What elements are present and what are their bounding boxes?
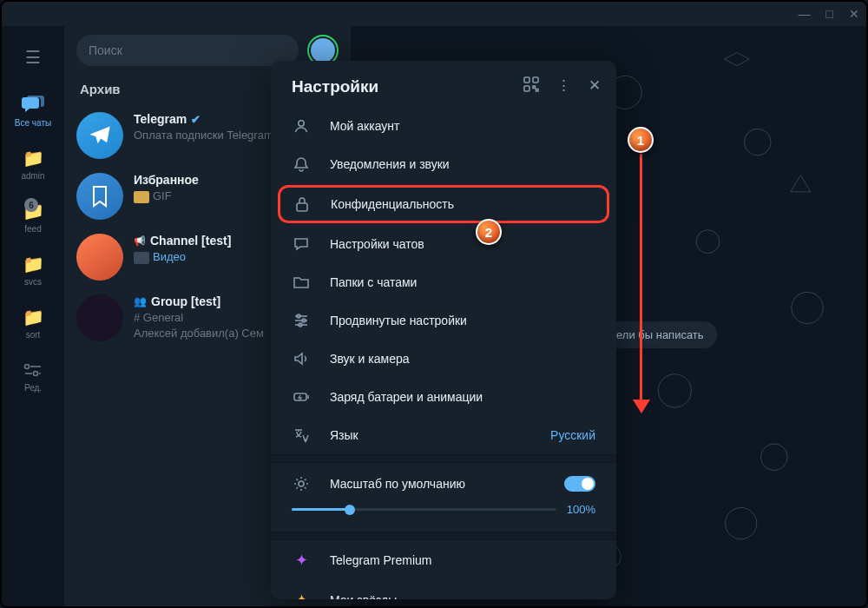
annotation-marker-2: 2 [476,219,502,245]
settings-label: Конфиденциальность [331,197,454,211]
edit-icon [21,360,45,380]
account-icon [292,117,311,135]
group-icon: 👥 [134,295,147,307]
folder-label: Все чаты [15,118,51,128]
svg-rect-24 [536,89,539,92]
settings-panel: Настройки ⋮ ✕ Мой аккаунт Уведомления и … [271,61,616,599]
folder-label: admin [21,171,44,181]
settings-label: Язык [330,428,358,442]
svg-rect-20 [524,77,529,83]
folder-svcs[interactable]: 📁 svcs [21,254,45,287]
svg-rect-21 [533,77,538,83]
settings-label: Папки с чатами [330,275,417,289]
channel-icon: 📢 [134,235,146,247]
annotation-marker-1: 1 [628,127,654,153]
unread-badge: 6 [24,198,38,212]
settings-battery[interactable]: Заряд батареи и анимации [271,378,616,416]
minimize-button[interactable]: — [799,7,811,21]
svg-point-35 [299,481,304,486]
svg-point-12 [792,292,823,323]
scale-value: 100% [567,503,595,516]
folder-sort[interactable]: 📁 sort [21,307,45,340]
qr-icon[interactable] [523,76,539,96]
more-icon[interactable]: ⋮ [556,76,571,96]
folder-icon: 📁 [21,149,45,168]
group-avatar [76,294,123,341]
lang-icon [292,426,311,444]
settings-stars[interactable]: ✦ Мои звёзды [271,580,616,599]
folder-label: svcs [24,277,42,287]
svg-rect-26 [297,203,307,211]
divider [271,532,616,540]
verified-icon: ✔ [191,113,201,126]
chat-name: Telegram [134,112,187,126]
svg-point-15 [658,374,691,407]
svg-point-19 [726,507,757,539]
annotation-arrow [640,154,642,406]
settings-sound-camera[interactable]: Звук и камера [271,340,616,378]
saved-avatar [76,173,123,220]
annotation-arrowhead [633,400,650,413]
svg-rect-23 [533,86,536,89]
close-icon[interactable]: ✕ [589,76,601,96]
search-input[interactable]: Поиск [76,35,299,66]
stars-icon: ✦ [292,591,311,599]
scale-slider[interactable] [292,508,556,511]
folder-icon [292,274,311,291]
settings-folders[interactable]: Папки с чатами [271,263,616,301]
svg-point-16 [761,444,788,471]
folder-admin[interactable]: 📁 admin [21,149,45,181]
scale-label: Масштаб по умолчанию [330,477,465,491]
folder-label: sort [26,330,41,340]
folder-label: feed [24,224,41,234]
settings-language[interactable]: Язык Русский [271,416,616,454]
settings-label: Заряд батареи и анимации [330,390,483,404]
settings-account[interactable]: Мой аккаунт [271,107,616,145]
maximize-button[interactable]: □ [826,7,833,21]
scale-icon [292,475,311,492]
svg-rect-22 [524,86,529,91]
svg-point-11 [696,230,720,254]
settings-label: Telegram Premium [330,553,431,567]
settings-label: Мой аккаунт [330,119,399,133]
close-window-button[interactable]: ✕ [849,7,859,21]
settings-label: Продвинутые настройки [330,314,467,327]
folder-sidebar: ☰ Все чаты 📁 admin 📁 6 feed 📁 svcs 📁 sor… [2,26,64,606]
settings-notifications[interactable]: Уведомления и звуки [271,145,616,183]
battery-icon [292,388,311,406]
telegram-avatar [76,112,123,159]
folder-icon: 📁 [21,307,45,327]
chat-name: Group [test] [151,294,220,308]
language-value: Русский [550,428,595,442]
settings-label: Уведомления и звуки [330,157,450,171]
svg-point-25 [299,121,304,126]
sliders-icon [292,312,311,329]
speaker-icon [292,350,311,367]
settings-privacy[interactable]: Конфиденциальность [278,185,609,223]
settings-chat[interactable]: Настройки чатов [271,225,616,263]
settings-label: Мои звёзды [330,593,397,599]
premium-icon: ✦ [292,551,311,570]
settings-title: Настройки [292,77,523,96]
divider [271,454,616,463]
svg-point-2 [34,372,38,376]
settings-scale[interactable]: Масштаб по умолчанию [271,463,616,498]
settings-label: Настройки чатов [330,237,424,251]
menu-icon[interactable]: ☰ [25,47,41,68]
chats-icon [21,96,45,115]
settings-premium[interactable]: ✦ Telegram Premium [271,540,616,580]
chat-name: Channel [test] [150,234,231,248]
bell-icon [292,155,311,173]
folder-feed[interactable]: 📁 6 feed [21,202,45,234]
chat-icon [292,235,311,253]
folder-icon: 📁 [21,254,45,274]
folder-label: Ред. [24,383,42,393]
svg-point-0 [25,365,30,369]
folder-all-chats[interactable]: Все чаты [15,96,51,128]
chat-name: Избранное [134,173,199,187]
lock-icon [293,195,312,213]
settings-advanced[interactable]: Продвинутые настройки [271,301,616,340]
scale-toggle[interactable] [564,476,595,492]
folder-edit[interactable]: Ред. [21,360,45,393]
settings-label: Звук и камера [330,352,410,366]
